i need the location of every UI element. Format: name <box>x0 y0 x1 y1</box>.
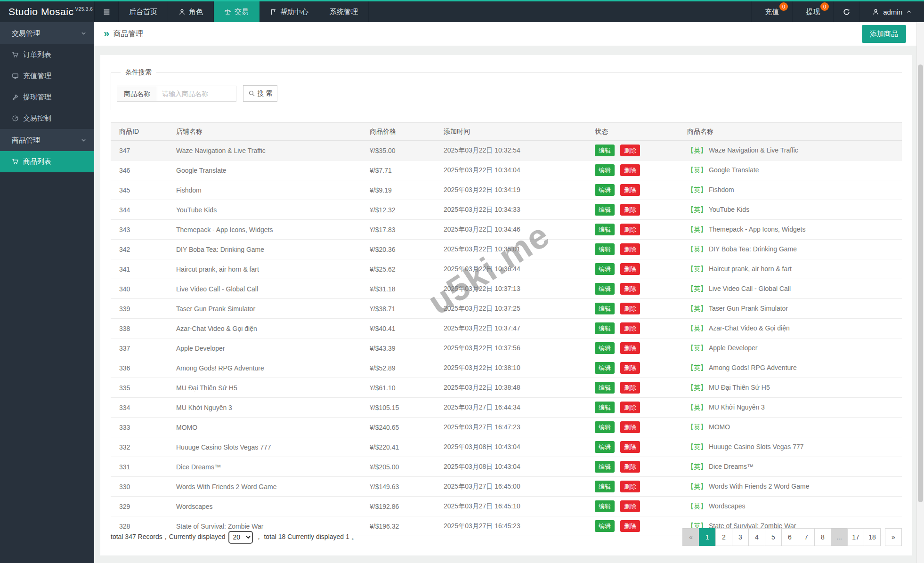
sidebar-item-withdraw-management[interactable]: 提现管理 <box>0 87 94 108</box>
refresh-icon <box>843 8 851 16</box>
delete-button[interactable]: 删除 <box>620 145 640 157</box>
product-name-text: Taser Gun Prank Simulator <box>709 305 788 312</box>
lang-tag: 【英】 <box>687 364 707 371</box>
cell-product-id: 334 <box>111 404 176 411</box>
product-name-input[interactable] <box>157 86 236 102</box>
sidebar-item-recharge-management[interactable]: 充值管理 <box>0 65 94 87</box>
lang-tag: 【英】 <box>687 483 707 490</box>
delete-button[interactable]: 删除 <box>620 421 640 434</box>
delete-button[interactable]: 删除 <box>620 382 640 394</box>
delete-button[interactable]: 删除 <box>620 164 640 177</box>
edit-button[interactable]: 编辑 <box>595 362 615 374</box>
edit-button[interactable]: 编辑 <box>595 145 615 157</box>
product-name-text: Huuuge Casino Slots Vegas 777 <box>709 443 804 450</box>
delete-button[interactable]: 删除 <box>620 224 640 236</box>
nav-tab-help[interactable]: 帮助中心 <box>259 1 319 22</box>
edit-button[interactable]: 编辑 <box>595 204 615 216</box>
edit-button[interactable]: 编辑 <box>595 342 615 354</box>
refresh-button[interactable] <box>833 1 859 22</box>
sidebar-group-product-management[interactable]: 商品管理 <box>0 129 94 151</box>
pagination-bar: total 347 Records，Currently displayed 20… <box>111 526 902 548</box>
edit-button[interactable]: 编辑 <box>595 441 615 453</box>
delete-button[interactable]: 删除 <box>620 402 640 414</box>
sidebar-item-product-list[interactable]: 商品列表 <box>0 151 94 172</box>
user-menu[interactable]: admin <box>859 1 924 22</box>
delete-button[interactable]: 删除 <box>620 303 640 315</box>
edit-button[interactable]: 编辑 <box>595 382 615 394</box>
edit-button[interactable]: 编辑 <box>595 322 615 335</box>
pager-page-3[interactable]: 3 <box>732 528 749 546</box>
nav-tab-home[interactable]: 后台首页 <box>119 1 168 22</box>
search-legend: 条件搜索 <box>121 68 156 77</box>
delete-button[interactable]: 删除 <box>620 263 640 275</box>
edit-button[interactable]: 编辑 <box>595 224 615 236</box>
delete-button[interactable]: 删除 <box>620 243 640 256</box>
delete-button[interactable]: 删除 <box>620 500 640 513</box>
nav-tab-system[interactable]: 系统管理 <box>319 1 369 22</box>
pager-page-6[interactable]: 6 <box>781 528 798 546</box>
delete-button[interactable]: 删除 <box>620 322 640 335</box>
delete-button[interactable]: 删除 <box>620 342 640 354</box>
delete-button[interactable]: 删除 <box>620 441 640 453</box>
cell-price: ¥/$31.18 <box>370 285 444 293</box>
product-name-text: Google Translate <box>709 166 759 174</box>
pager-page-1[interactable]: 1 <box>699 528 716 546</box>
edit-button[interactable]: 编辑 <box>595 402 615 414</box>
col-header-id: 商品ID <box>111 128 176 136</box>
pager-prev[interactable]: « <box>682 528 699 546</box>
table-row: 329Wordscapes¥/$192.862025年03月27日 16:45:… <box>111 497 902 516</box>
recharge-quick-button[interactable]: 充值0 <box>751 1 792 22</box>
edit-button[interactable]: 编辑 <box>595 500 615 513</box>
pager-page-4[interactable]: 4 <box>748 528 765 546</box>
product-table: 商品ID 店铺名称 商品价格 添加时间 状态 商品名称 347Waze Navi… <box>111 122 902 536</box>
delete-button[interactable]: 删除 <box>620 481 640 493</box>
edit-button[interactable]: 编辑 <box>595 283 615 295</box>
sidebar-item-order-list[interactable]: 订单列表 <box>0 44 94 65</box>
cell-date: 2025年03月22日 10:34:04 <box>444 166 595 175</box>
brand-version: V25.3.6 <box>75 7 93 12</box>
edit-button[interactable]: 编辑 <box>595 421 615 434</box>
product-name-text: Wordscapes <box>709 502 746 510</box>
delete-button[interactable]: 删除 <box>620 184 640 196</box>
edit-button[interactable]: 编辑 <box>595 184 615 196</box>
delete-button[interactable]: 删除 <box>620 461 640 473</box>
pager-page-8[interactable]: 8 <box>814 528 831 546</box>
scrollbar[interactable] <box>916 22 924 563</box>
pager-page-5[interactable]: 5 <box>765 528 782 546</box>
page-size-select[interactable]: 20 <box>228 531 253 544</box>
pager-page-2[interactable]: 2 <box>715 528 732 546</box>
pager-next[interactable]: » <box>885 528 902 546</box>
pager-page-18[interactable]: 18 <box>864 528 881 546</box>
edit-button[interactable]: 编辑 <box>595 481 615 493</box>
search-button[interactable]: 搜 索 <box>243 85 277 102</box>
delete-button[interactable]: 删除 <box>620 362 640 374</box>
cell-actions: 编辑删除 <box>595 283 687 295</box>
edit-button[interactable]: 编辑 <box>595 303 615 315</box>
withdraw-quick-button[interactable]: 提现0 <box>792 1 833 22</box>
cell-store-name: DIY Boba Tea: Drinking Game <box>176 246 370 253</box>
delete-button[interactable]: 删除 <box>620 204 640 216</box>
edit-button[interactable]: 编辑 <box>595 164 615 177</box>
cell-date: 2025年03月22日 10:37:25 <box>444 305 595 313</box>
nav-tab-roles[interactable]: 角色 <box>168 1 214 22</box>
edit-button[interactable]: 编辑 <box>595 243 615 256</box>
pager-page-17[interactable]: 17 <box>847 528 864 546</box>
cell-product-name: 【英】DIY Boba Tea: Drinking Game <box>687 245 902 254</box>
cell-product-name: 【英】Apple Developer <box>687 344 902 353</box>
sidebar-group-trade-management[interactable]: 交易管理 <box>0 22 94 44</box>
cell-date: 2025年03月22日 10:36:44 <box>444 265 595 273</box>
product-name-text: Fishdom <box>709 186 734 193</box>
add-product-button[interactable]: 添加商品 <box>862 25 906 43</box>
cell-price: ¥/$40.41 <box>370 325 444 332</box>
cell-product-name: 【英】Waze Navigation & Live Traffic <box>687 146 902 155</box>
scrollbar-thumb[interactable] <box>918 64 923 502</box>
cell-actions: 编辑删除 <box>595 481 687 493</box>
delete-button[interactable]: 删除 <box>620 283 640 295</box>
edit-button[interactable]: 编辑 <box>595 461 615 473</box>
nav-tab-trade[interactable]: 交易 <box>214 1 259 22</box>
sidebar-item-trade-control[interactable]: 交易控制 <box>0 108 94 129</box>
edit-button[interactable]: 编辑 <box>595 263 615 275</box>
sidebar-toggle-button[interactable] <box>94 1 119 22</box>
lang-tag: 【英】 <box>687 344 707 352</box>
pager-page-7[interactable]: 7 <box>798 528 815 546</box>
